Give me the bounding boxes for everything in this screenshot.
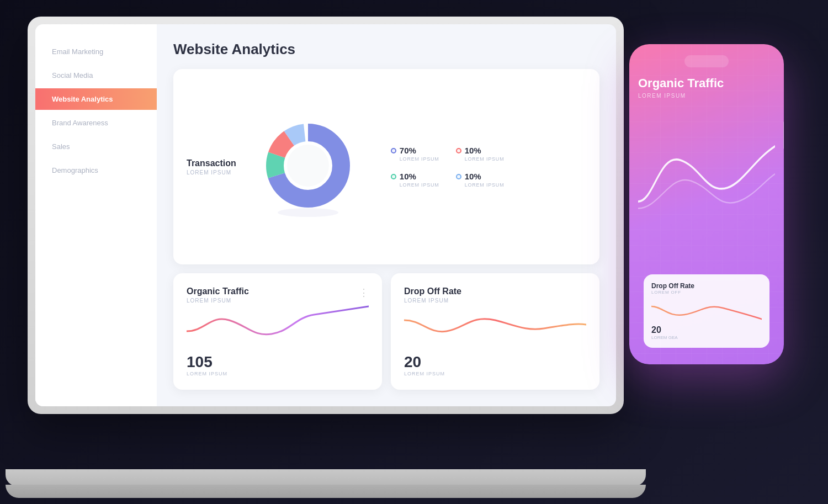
drop-off-rate-titles: Drop Off Rate LOREM IPSUM bbox=[404, 287, 461, 304]
drop-off-rate-value-label: LOREM IPSUM bbox=[404, 371, 586, 376]
laptop-base bbox=[6, 469, 646, 486]
sidebar-item-website-analytics[interactable]: Website Analytics bbox=[35, 88, 157, 110]
phone-bottom-card-title: Drop Off Rate bbox=[651, 282, 762, 290]
phone-bottom-card-subtitle: LOREM OFF bbox=[651, 290, 762, 295]
phone-wave-chart bbox=[638, 119, 775, 229]
drop-off-rate-chart bbox=[404, 304, 586, 348]
organic-traffic-value: 105 bbox=[187, 353, 369, 371]
legend-label-2: LOREM IPSUM bbox=[456, 156, 505, 162]
sidebar-item-sales[interactable]: Sales bbox=[35, 136, 157, 157]
legend-label-1: LOREM IPSUM bbox=[391, 156, 439, 162]
main-content: Website Analytics Transaction LOREM IPSU… bbox=[157, 24, 616, 406]
sidebar-item-brand-awareness[interactable]: Brand Awareness bbox=[35, 112, 157, 134]
scene: Email Marketing Social Media Website Ana… bbox=[0, 0, 828, 504]
organic-traffic-header: Organic Traffic LOREM IPSUM ⋮ bbox=[187, 287, 369, 304]
phone-chart-area: Drop Off Rate LOREM OFF 20 LOREM GEA bbox=[638, 108, 775, 353]
donut-chart bbox=[253, 110, 363, 223]
legend-pct-1: 70% bbox=[400, 146, 416, 155]
phone-bottom-card-value: 20 bbox=[651, 325, 762, 335]
transaction-info: Transaction LOREM IPSUM bbox=[187, 158, 236, 176]
drop-off-rate-subtitle: LOREM IPSUM bbox=[404, 298, 461, 304]
transaction-subtitle: LOREM IPSUM bbox=[187, 169, 236, 176]
legend-dot-2 bbox=[456, 148, 461, 153]
organic-traffic-title: Organic Traffic bbox=[187, 287, 249, 296]
drop-off-rate-value-block: 20 LOREM IPSUM bbox=[404, 348, 586, 376]
organic-traffic-value-label: LOREM IPSUM bbox=[187, 371, 369, 376]
legend-dot-4 bbox=[456, 174, 461, 179]
transaction-title: Transaction bbox=[187, 158, 236, 168]
organic-traffic-value-block: 105 LOREM IPSUM bbox=[187, 348, 369, 376]
organic-traffic-titles: Organic Traffic LOREM IPSUM bbox=[187, 287, 249, 304]
sidebar-item-email-marketing[interactable]: Email Marketing bbox=[35, 41, 157, 62]
legend-item-1: 70% LOREM IPSUM bbox=[391, 146, 439, 162]
organic-traffic-subtitle: LOREM IPSUM bbox=[187, 298, 249, 304]
organic-traffic-card: Organic Traffic LOREM IPSUM ⋮ bbox=[173, 273, 382, 390]
phone-bottom-card-value-label: LOREM GEA bbox=[651, 335, 762, 340]
transaction-card: Transaction LOREM IPSUM bbox=[173, 69, 599, 264]
laptop: Email Marketing Social Media Website Ana… bbox=[28, 17, 635, 469]
page-title: Website Analytics bbox=[173, 41, 599, 58]
laptop-screen: Email Marketing Social Media Website Ana… bbox=[35, 24, 616, 406]
drop-off-rate-value: 20 bbox=[404, 353, 586, 371]
svg-point-4 bbox=[287, 145, 329, 187]
sidebar: Email Marketing Social Media Website Ana… bbox=[35, 24, 157, 406]
drop-off-rate-header: Drop Off Rate LOREM IPSUM bbox=[404, 287, 586, 304]
legend-item-4: 10% LOREM IPSUM bbox=[456, 172, 505, 188]
organic-traffic-chart bbox=[187, 304, 369, 348]
legend-pct-4: 10% bbox=[465, 172, 481, 181]
svg-point-5 bbox=[278, 208, 338, 217]
organic-traffic-menu-icon[interactable]: ⋮ bbox=[359, 287, 369, 299]
drop-off-rate-title: Drop Off Rate bbox=[404, 287, 461, 296]
phone-mini-chart bbox=[651, 298, 762, 323]
legend-pct-2: 10% bbox=[465, 146, 481, 155]
phone-bottom-card: Drop Off Rate LOREM OFF 20 LOREM GEA bbox=[644, 274, 769, 348]
sidebar-item-demographics[interactable]: Demographics bbox=[35, 160, 157, 181]
legend-dot-3 bbox=[391, 174, 396, 179]
sidebar-item-social-media[interactable]: Social Media bbox=[35, 65, 157, 86]
legend-label-3: LOREM IPSUM bbox=[391, 182, 439, 188]
transaction-legend: 70% LOREM IPSUM 10% LOREM IPSUM bbox=[391, 146, 505, 188]
legend-dot-1 bbox=[391, 148, 396, 153]
legend-label-4: LOREM IPSUM bbox=[456, 182, 505, 188]
legend-pct-3: 10% bbox=[400, 172, 416, 181]
phone: Organic Traffic LOREM IPSUM Drop Off Rat… bbox=[629, 44, 784, 364]
legend-item-2: 10% LOREM IPSUM bbox=[456, 146, 505, 162]
laptop-base-bottom bbox=[6, 485, 646, 498]
legend-item-3: 10% LOREM IPSUM bbox=[391, 172, 439, 188]
laptop-body: Email Marketing Social Media Website Ana… bbox=[28, 17, 624, 414]
drop-off-rate-card: Drop Off Rate LOREM IPSUM bbox=[391, 273, 599, 390]
bottom-row: Organic Traffic LOREM IPSUM ⋮ bbox=[173, 273, 599, 390]
